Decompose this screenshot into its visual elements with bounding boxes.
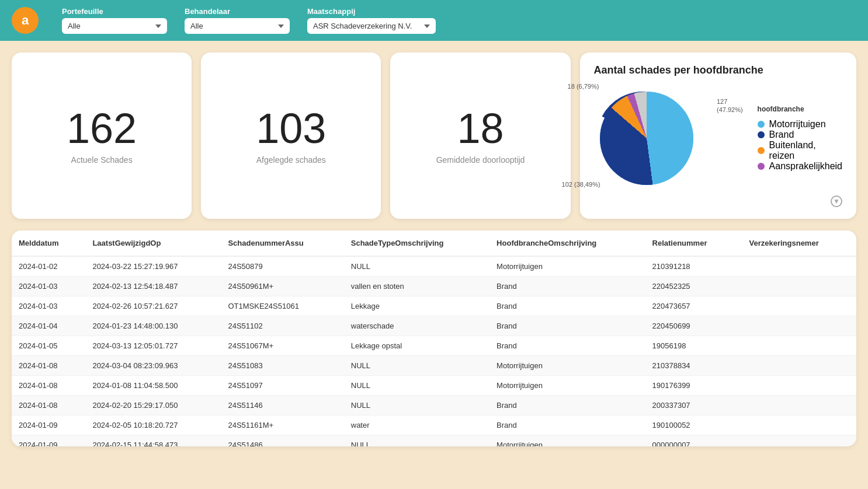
stat-label-afgelegde: Afgelegde schades [256,155,326,165]
table-cell [742,396,856,415]
legend-dot-motorrijtuigen [758,121,765,128]
table-cell: 24S51146 [221,396,343,415]
stat-number-doorlooptijd: 18 [457,107,504,149]
chart-card: Aantal schades per hoofdbranche [580,53,856,219]
stat-card-afgelegde: 103 Afgelegde schades [201,53,381,219]
table-cell: 2024-01-08 [12,396,85,415]
table-header: Melddatum LaatstGewijzigdOp Schadenummer… [12,230,856,256]
table-cell: 2024-02-26 10:57:21.627 [85,296,221,316]
chart-title: Aantal schades per hoofdbranche [594,64,842,76]
table-cell: Motorrijtuigen [489,376,645,396]
table-row[interactable]: 2024-01-092024-02-15 11:44:58.47324S5148… [12,435,856,447]
legend-label-aansprakelijkheid: Aansprakelijkheid [769,161,842,172]
table-cell: 210391218 [645,256,742,277]
table-cell: Brand [489,336,645,356]
table-header-row: Melddatum LaatstGewijzigdOp Schadenummer… [12,230,856,256]
table-row[interactable]: 2024-01-042024-01-23 14:48:00.13024S5110… [12,316,856,336]
header: a Portefeuille Alle Behandelaar Alle Maa… [0,0,868,41]
pie-chart: 18 (6,79%) 102 (38,49%) 127(47.92%) [594,86,699,191]
table-row[interactable]: 2024-01-082024-01-08 11:04:58.50024S5109… [12,376,856,396]
table-row[interactable]: 2024-01-082024-02-20 15:29:17.05024S5114… [12,396,856,415]
chart-legend: hoofdbranche Motorrijtuigen Brand Buiten… [758,105,842,172]
table-cell: OT1MSKE24S51061 [221,296,343,316]
table-cell: NULL [344,256,489,277]
portefeuille-select[interactable]: Alle [62,18,167,34]
maatschappij-filter-group: Maatschappij ASR Schadeverzekering N.V. [307,7,436,34]
legend-label-brand: Brand [769,130,794,140]
col-verzekeringsnemer: Verzekeringsnemer [742,230,856,256]
logo: a [12,7,39,34]
table-row[interactable]: 2024-01-092024-02-05 10:18:20.72724S5116… [12,415,856,435]
portefeuille-filter-group: Portefeuille Alle [62,7,167,34]
chart-body: 18 (6,79%) 102 (38,49%) 127(47.92%) hoof… [594,86,842,191]
chart-expand-button[interactable]: ▼ [831,195,842,207]
maatschappij-select[interactable]: ASR Schadeverzekering N.V. [307,18,436,34]
portefeuille-label: Portefeuille [62,7,167,16]
table-cell [742,356,856,376]
pie-label-motorrijtuigen: 127(47.92%) [717,97,743,114]
table-cell: 2024-01-02 [12,256,85,277]
table-cell: 210378834 [645,356,742,376]
table-cell: NULL [344,356,489,376]
col-type: SchadeTypeOmschrijving [344,230,489,256]
table-cell: 2024-02-15 11:44:58.473 [85,435,221,447]
pie-visual [600,92,693,185]
table-cell: Motorrijtuigen [489,256,645,277]
table-cell: 24S51102 [221,316,343,336]
table-cell [742,256,856,277]
table-scroll-area[interactable]: Melddatum LaatstGewijzigdOp Schadenummer… [12,230,856,446]
col-branche: HoofdbrancheOmschrijving [489,230,645,256]
table-cell: Brand [489,396,645,415]
stat-label-doorlooptijd: Gemiddelde doorlooptijd [436,155,525,165]
stat-card-doorlooptijd: 18 Gemiddelde doorlooptijd [390,53,570,219]
table-cell: 2024-02-13 12:54:18.487 [85,277,221,296]
table-cell [742,277,856,296]
table-cell: Lekkage [344,296,489,316]
pie-label-buitenland: 18 (6,79%) [568,83,599,90]
table-cell: 24S50879 [221,256,343,277]
table-cell: Motorrijtuigen [489,356,645,376]
table-cell: 220450699 [645,316,742,336]
stats-row: 162 Actuele Schades 103 Afgelegde schade… [12,53,856,219]
stat-label-actuele: Actuele Schades [71,155,133,165]
table-cell: 19056198 [645,336,742,356]
col-gewijzigd: LaatstGewijzigdOp [85,230,221,256]
table-cell [742,376,856,396]
table-row[interactable]: 2024-01-082024-03-04 08:23:09.96324S5108… [12,356,856,376]
table-cell: 2024-01-08 [12,376,85,396]
table-cell: 24S50961M+ [221,277,343,296]
table-cell: Brand [489,415,645,435]
table-cell: 2024-01-08 11:04:58.500 [85,376,221,396]
table-cell: Lekkage opstal [344,336,489,356]
table-cell: 200337307 [645,396,742,415]
legend-dot-buitenland [758,147,765,154]
table-cell: 2024-01-05 [12,336,85,356]
table-cell: 2024-01-09 [12,435,85,447]
table-row[interactable]: 2024-01-032024-02-13 12:54:18.48724S5096… [12,277,856,296]
table-row[interactable]: 2024-01-052024-03-13 12:05:01.72724S5106… [12,336,856,356]
table-cell: 000000007 [645,435,742,447]
stat-number-afgelegde: 103 [256,107,326,149]
table-cell: Brand [489,296,645,316]
table-cell: 2024-03-22 15:27:19.967 [85,256,221,277]
table-cell: 24S51067M+ [221,336,343,356]
table-cell: 190176399 [645,376,742,396]
behandelaar-select[interactable]: Alle [185,18,290,34]
legend-item-brand: Brand [758,130,842,140]
table-cell: water [344,415,489,435]
logo-icon: a [12,7,39,34]
pie-label-brand: 102 (38,49%) [562,181,600,188]
table-cell: NULL [344,435,489,447]
table-row[interactable]: 2024-01-022024-03-22 15:27:19.96724S5087… [12,256,856,277]
table-cell: NULL [344,376,489,396]
table-cell: 2024-01-08 [12,356,85,376]
table-row[interactable]: 2024-01-032024-02-26 10:57:21.627OT1MSKE… [12,296,856,316]
legend-label-motorrijtuigen: Motorrijtuigen [769,119,826,130]
table-cell: 220473657 [645,296,742,316]
table-cell: 2024-02-20 15:29:17.050 [85,396,221,415]
table-body: 2024-01-022024-03-22 15:27:19.96724S5087… [12,256,856,446]
chart-footer: ▼ [594,195,842,207]
legend-item-buitenland: Buitenland, reizen [758,140,842,161]
behandelaar-label: Behandelaar [185,7,290,16]
table-cell: 2024-01-09 [12,415,85,435]
